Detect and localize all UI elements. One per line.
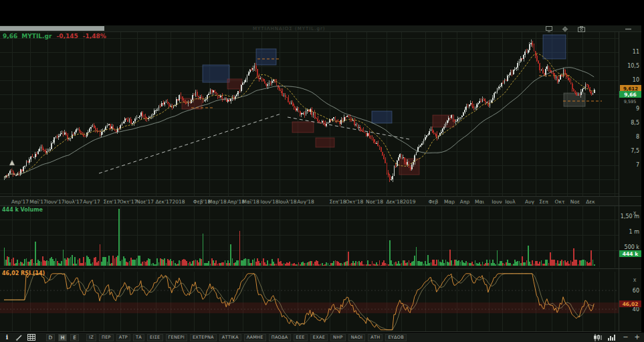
window-title: ΜΥΤΙΛΗΝΑΙΟΣ (MYTIL.gr) (253, 26, 326, 31)
svg-text:7,5: 7,5 (631, 148, 639, 154)
svg-text:7: 7 (636, 162, 639, 168)
svg-text:Οκτ'17: Οκτ'17 (120, 199, 138, 205)
period-button-E[interactable]: E (70, 334, 79, 341)
period-button-D[interactable]: D (46, 334, 55, 341)
svg-text:Ιουν: Ιουν (492, 199, 502, 205)
maroon-zone (292, 122, 314, 133)
period-button-H[interactable]: H (58, 334, 67, 341)
navy-zone (372, 111, 392, 123)
grid-icon[interactable] (27, 334, 35, 341)
volume-panel-close-icon[interactable]: x (633, 210, 637, 216)
bottom-toolbar: i DHE ΙΖΠΕΡΑΤΡΤΑΕΙΣΕΓΕΝΕΡΙΕΧΤΕΡΝΑΑΤΤΙΚΑΛ… (0, 332, 644, 342)
info-icon[interactable]: i (3, 334, 11, 341)
svg-text:Σεπ'17: Σεπ'17 (104, 199, 120, 205)
svg-text:Φεβ: Φεβ (429, 199, 439, 205)
ticker-tab-ΕΧΑΕ[interactable]: ΕΧΑΕ (310, 334, 328, 341)
minimize-icon[interactable] (625, 26, 631, 32)
quote-change: -0,145 (57, 33, 78, 39)
svg-text:Μαρ'18: Μαρ'18 (208, 199, 227, 205)
quote-change-pct: -1,48% (83, 33, 106, 39)
svg-text:Ιουν'18: Ιουν'18 (261, 199, 279, 205)
quote-last: 9,66 (3, 33, 17, 39)
camera-icon[interactable] (578, 26, 585, 32)
toolbar-right-group: − + (593, 334, 640, 341)
svg-text:Ιουλ'17: Ιουλ'17 (64, 199, 82, 205)
volume-bars-icon[interactable] (608, 334, 617, 341)
svg-text:Απρ'17: Απρ'17 (11, 199, 29, 205)
navy-zone (543, 35, 566, 59)
ticker-tab-ΛΑΜΗΕ[interactable]: ΛΑΜΗΕ (244, 334, 266, 341)
maroon-zone (227, 79, 242, 89)
svg-text:Αυγ'17: Αυγ'17 (83, 199, 100, 205)
ticker-tab-ΠΑΟΔΑ[interactable]: ΠΑΟΔΑ (269, 334, 291, 341)
rsi-panel-close-icon[interactable]: x (633, 277, 637, 283)
ticker-tab-ΤΑ[interactable]: ΤΑ (133, 334, 144, 341)
chart-panel-tab[interactable] (0, 26, 104, 31)
svg-text:500 k: 500 k (625, 244, 640, 250)
ticker-tab-ΕΙΣΕ[interactable]: ΕΙΣΕ (147, 334, 163, 341)
ticker-tab-ΠΕΡ[interactable]: ΠΕΡ (99, 334, 114, 341)
navy-zone (256, 49, 276, 65)
svg-text:Νοε: Νοε (570, 199, 580, 205)
gray-zone (564, 93, 585, 106)
ticker-tab-ΕΧΤΕΡΝΑ[interactable]: ΕΧΤΕΡΝΑ (190, 334, 217, 341)
monitor-icon[interactable] (546, 26, 552, 32)
svg-text:60: 60 (633, 288, 639, 294)
svg-text:Δεκ: Δεκ (586, 199, 595, 205)
chart-canvas[interactable]: 1110,5109,598,587,57Απρ'17Μαϊ'17Ιουν'17Ι… (0, 0, 644, 342)
svg-text:2018: 2018 (172, 199, 185, 205)
svg-text:Νοε'18: Νοε'18 (366, 199, 383, 205)
maroon-zone (316, 138, 334, 147)
candlestick-icon[interactable] (593, 334, 602, 341)
svg-text:Οκτ'18: Οκτ'18 (346, 199, 364, 205)
volume-panel-label: 444 k Volume (2, 207, 43, 213)
svg-text:Ιουν'17: Ιουν'17 (47, 199, 65, 205)
svg-text:Δεκ'17: Δεκ'17 (155, 199, 172, 205)
svg-text:11: 11 (633, 49, 639, 55)
svg-text:Αυγ: Αυγ (525, 199, 534, 205)
trading-app-screen: 1110,5109,598,587,57Απρ'17Μαϊ'17Ιουν'17Ι… (0, 0, 644, 342)
ticker-tab-ΝΑΟΙ[interactable]: ΝΑΟΙ (348, 334, 366, 341)
svg-text:Μαϊ'17: Μαϊ'17 (29, 199, 47, 205)
zoom-in-icon[interactable]: + (635, 334, 640, 341)
zoom-out-icon[interactable]: − (623, 334, 628, 341)
svg-text:Ιουλ: Ιουλ (505, 199, 516, 205)
svg-text:10,5: 10,5 (627, 63, 639, 69)
ticker-tab-ΑΤΤΙΚΑ[interactable]: ΑΤΤΙΚΑ (219, 334, 241, 341)
navy-zone (203, 65, 229, 82)
gear-icon[interactable] (562, 26, 568, 32)
ticker-tab-ΓΕΝΕΡΙ[interactable]: ΓΕΝΕΡΙ (166, 334, 187, 341)
date-axis[interactable]: Απρ'17Μαϊ'17Ιουν'17Ιουλ'17Αυγ'17Σεπ'17Οκ… (11, 199, 595, 205)
ticker-tab-ΑΤΗ[interactable]: ΑΤΗ (368, 334, 383, 341)
svg-text:46,02: 46,02 (623, 301, 639, 307)
svg-text:Μαι: Μαι (475, 199, 484, 205)
ticker-tab-ΑΤΡ[interactable]: ΑΤΡ (116, 334, 130, 341)
svg-text:Σεπ: Σεπ (539, 199, 548, 205)
pencil-icon[interactable] (15, 334, 23, 341)
window-bg (0, 25, 641, 342)
ticker-tab-ΝΗΡ[interactable]: ΝΗΡ (330, 334, 346, 341)
svg-text:Αυγ'18: Αυγ'18 (297, 199, 314, 205)
rsi-panel-label: 46,02 RSI (14) (2, 270, 45, 276)
svg-text:1,50 m: 1,50 m (621, 213, 639, 220)
quote-symbol: MYTIL.gr (21, 33, 51, 39)
svg-text:Μαϊ'18: Μαϊ'18 (242, 199, 259, 205)
svg-text:8,5: 8,5 (631, 120, 639, 126)
ticker-tab-ΕΕΕ[interactable]: ΕΕΕ (294, 334, 308, 341)
ticker-tab-ΕΥΔΟΒ[interactable]: ΕΥΔΟΒ (385, 334, 407, 341)
svg-text:9,612: 9,612 (623, 86, 638, 92)
svg-text:9: 9 (636, 106, 639, 112)
svg-text:Μαρ: Μαρ (444, 199, 455, 205)
quote-line: 9,66 MYTIL.gr -0,145 -1,48% (3, 33, 106, 39)
ticker-tab-ΙΖ[interactable]: ΙΖ (86, 334, 96, 341)
svg-text:2019: 2019 (403, 199, 415, 205)
svg-text:Απρ: Απρ (460, 199, 470, 205)
svg-text:Ιουλ'18: Ιουλ'18 (278, 199, 296, 205)
svg-text:10: 10 (633, 77, 639, 83)
secondary-price-label: 9,595 (624, 99, 637, 104)
svg-text:Οκτ: Οκτ (555, 199, 565, 205)
period-buttons: DHE (46, 334, 79, 341)
ticker-tabs: ΙΖΠΕΡΑΤΡΤΑΕΙΣΕΓΕΝΕΡΙΕΧΤΕΡΝΑΑΤΤΙΚΑΛΑΜΗΕΠΑ… (86, 334, 407, 341)
svg-text:9,66: 9,66 (624, 92, 637, 98)
svg-text:Σεπ'18: Σεπ'18 (330, 199, 346, 205)
